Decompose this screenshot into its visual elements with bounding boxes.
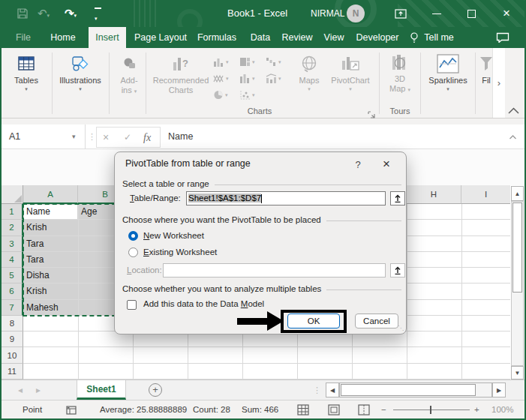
maps-button[interactable]: Maps ▾ [293, 51, 326, 92]
tab-scroll-splitter[interactable]: ⋮ [313, 380, 321, 400]
insert-pie-chart-button[interactable]: ▾ [213, 90, 228, 100]
avatar[interactable]: N [347, 4, 365, 22]
maximize-button[interactable] [461, 0, 482, 27]
account-name[interactable]: NIRMAL [311, 0, 344, 27]
location-picker-button[interactable] [390, 263, 405, 278]
insert-hierarchy-chart-button[interactable]: ▾ [239, 57, 255, 67]
ribbon-overflow-strip[interactable]: › [492, 48, 505, 118]
name-box-caret-icon[interactable]: ▾ [72, 124, 76, 149]
cell-A3[interactable]: Tara [26, 236, 44, 252]
vscroll-up-button[interactable]: ▲ [511, 186, 524, 201]
row-header-2[interactable]: 2 [2, 220, 23, 236]
page-layout-view-button[interactable] [328, 404, 340, 416]
tab-formulas[interactable]: Formulas [194, 27, 240, 48]
sheet-tab-sheet1[interactable]: Sheet1 [77, 380, 126, 400]
radio-existing-worksheet[interactable] [128, 248, 138, 257]
insert-function-icon[interactable]: fx [143, 125, 151, 150]
new-sheet-button[interactable]: + [149, 383, 162, 397]
row-header-10[interactable]: 10 [2, 347, 23, 363]
insert-line-chart-button[interactable]: ▾ [213, 74, 229, 83]
hscroll-thumb[interactable] [341, 384, 476, 396]
undo-button[interactable]: ↶▾ [38, 0, 50, 27]
row-header-7[interactable]: 7 [2, 300, 23, 316]
confirm-entry-icon[interactable]: ✓ [124, 125, 131, 150]
ribbon-display-options-button[interactable] [390, 0, 411, 27]
tab-page-layout[interactable]: Page Layout [132, 27, 189, 48]
tab-tell-me[interactable]: Tell me [422, 27, 456, 48]
dialog-resize-grip[interactable]: ⋱ [398, 326, 404, 332]
tab-review[interactable]: Review [279, 27, 315, 48]
row-header-4[interactable]: 4 [2, 252, 23, 268]
zoom-in-button[interactable]: + [474, 400, 479, 418]
hscroll-left-button[interactable]: ◀ [326, 382, 339, 398]
row-header-1[interactable]: 1 [2, 204, 23, 220]
table-range-picker-button[interactable] [390, 191, 405, 206]
tab-insert[interactable]: Insert [89, 27, 126, 48]
cell-B1[interactable]: Age [81, 204, 97, 220]
vscroll-down-button[interactable]: ▼ [511, 366, 524, 380]
location-input[interactable] [163, 263, 386, 278]
row-header-6[interactable]: 6 [2, 284, 23, 299]
expand-formula-bar-icon[interactable] [509, 134, 517, 140]
cell-A7[interactable]: Mahesh [26, 300, 59, 316]
sheet-nav-right-icon[interactable]: ▸ [36, 380, 41, 400]
cancel-button[interactable]: Cancel [355, 314, 398, 328]
hscroll-right-button[interactable]: ▶ [492, 382, 506, 398]
insert-combo-chart-button[interactable]: ▾ [266, 74, 281, 83]
insert-scatter-chart-button[interactable]: ▾ [239, 90, 255, 100]
tables-button[interactable]: Tables ▾ [5, 51, 48, 92]
zoom-slider-track[interactable] [393, 410, 470, 410]
vscroll-thumb[interactable] [512, 202, 522, 292]
recommended-charts-button[interactable]: ? Recommended Charts [149, 51, 213, 95]
data-model-checkbox[interactable] [127, 300, 137, 310]
pivotchart-button[interactable]: PivotChart ▾ [326, 51, 375, 92]
collapse-ribbon-button[interactable] [507, 105, 520, 118]
formula-bar-content[interactable]: Name [168, 124, 193, 149]
column-header-A[interactable]: A [23, 185, 78, 204]
name-box[interactable]: A1 ▾ [3, 124, 86, 149]
dialog-close-button[interactable]: × [376, 155, 397, 173]
cancel-entry-icon[interactable]: × [103, 125, 109, 150]
customize-qat-button[interactable]: ▾ [95, 8, 101, 23]
radio-new-worksheet[interactable] [128, 231, 138, 241]
tab-data[interactable]: Data [246, 27, 275, 48]
zoom-slider-thumb[interactable] [430, 406, 431, 414]
column-header-H[interactable]: H [407, 185, 461, 204]
tab-home[interactable]: Home [47, 27, 80, 48]
select-all-corner[interactable] [2, 185, 23, 204]
sparklines-button[interactable]: Sparklines ▾ [424, 51, 472, 92]
row-header-3[interactable]: 3 [2, 236, 23, 252]
insert-column-chart-button[interactable]: ▾ [213, 57, 229, 67]
column-header-I[interactable]: I [461, 185, 510, 204]
redo-button[interactable]: ↷▾ [65, 0, 77, 27]
tab-view[interactable]: View [320, 27, 348, 48]
sheet-nav-left-icon[interactable]: ◂ [18, 380, 23, 400]
cell-A5[interactable]: Disha [26, 268, 50, 284]
cell-A2[interactable]: Krish [26, 220, 47, 236]
tab-developer[interactable]: Developer [351, 27, 404, 48]
insert-waterfall-chart-button[interactable]: ▾ [266, 57, 281, 67]
zoom-out-button[interactable]: − [381, 400, 386, 418]
add-ins-button[interactable]: Add- ins ▾ [113, 51, 146, 95]
tab-file[interactable]: File [11, 27, 36, 48]
cell-A1[interactable]: Name [26, 204, 50, 220]
minimize-button[interactable] [426, 0, 447, 27]
dialog-help-button[interactable]: ? [351, 158, 365, 171]
row-header-11[interactable]: 11 [2, 364, 23, 380]
hscroll-track[interactable] [339, 382, 492, 398]
insert-bar-chart-button[interactable]: ▾ [239, 74, 255, 83]
zoom-level[interactable]: 100% [491, 400, 513, 418]
macro-record-icon[interactable] [66, 405, 77, 415]
table-range-input[interactable]: Sheet1!$A$1:$D$7 [186, 191, 386, 206]
share-comment-button[interactable] [492, 30, 513, 45]
vscroll-track[interactable] [511, 201, 524, 366]
row-header-8[interactable]: 8 [2, 316, 23, 332]
three-d-map-button[interactable]: 3D Map ▾ [383, 51, 417, 94]
save-button[interactable] [15, 0, 30, 27]
row-header-5[interactable]: 5 [2, 268, 23, 284]
close-button[interactable]: × [495, 0, 518, 27]
normal-view-button[interactable] [297, 404, 309, 416]
row-header-9[interactable]: 9 [2, 332, 23, 347]
cell-A6[interactable]: Krish [26, 284, 47, 299]
page-break-view-button[interactable] [358, 404, 370, 416]
